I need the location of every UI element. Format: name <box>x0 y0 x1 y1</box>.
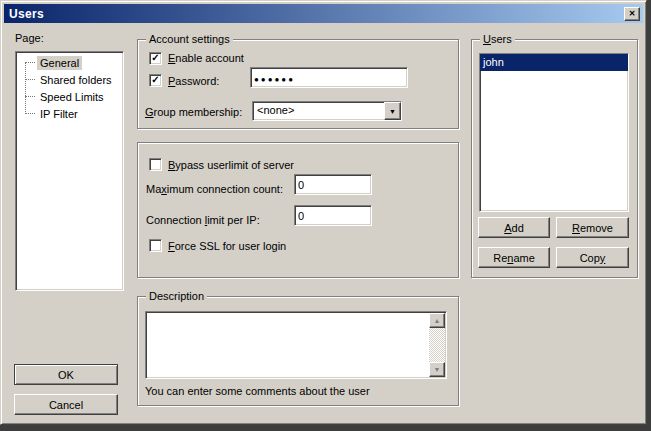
title-bar[interactable]: Users ✕ <box>4 4 643 23</box>
combobox-dropdown-button[interactable]: ▼ <box>384 102 401 120</box>
force-ssl-checkbox[interactable]: ✓ <box>149 239 162 252</box>
page-list[interactable]: General Shared folders Speed Limits IP F… <box>15 51 124 291</box>
description-group: Description ▲ ▼ You can enter some comme… <box>137 296 459 406</box>
password-input[interactable] <box>250 67 408 88</box>
remove-button[interactable]: Remove <box>556 217 629 238</box>
chevron-down-icon: ▼ <box>389 108 396 115</box>
page-item-ip-filter[interactable]: IP Filter <box>16 105 123 122</box>
copy-button-label: Copy <box>580 252 606 264</box>
check-icon: ✓ <box>151 53 159 63</box>
connection-limits-group: ✓ Bypass userlimit of server Maximum con… <box>137 142 459 278</box>
bypass-userlimit-checkbox[interactable]: ✓ <box>149 158 162 171</box>
account-settings-group: Account settings ✓ Enable account ✓ Pass… <box>137 39 459 129</box>
description-textarea[interactable]: ▲ ▼ <box>145 311 447 379</box>
arrow-up-icon: ▲ <box>434 317 441 324</box>
account-settings-group-title: Account settings <box>146 33 233 46</box>
max-connection-label: Maximum connection count: <box>146 183 283 196</box>
password-label: Password: <box>168 75 219 88</box>
password-checkbox[interactable]: ✓ <box>149 74 162 87</box>
users-dialog: Users ✕ Page: General Shared folders Spe… <box>0 0 647 425</box>
description-group-title: Description <box>146 290 207 303</box>
cancel-button[interactable]: Cancel <box>14 394 118 415</box>
bypass-userlimit-label: Bypass userlimit of server <box>168 159 294 172</box>
check-icon: ✓ <box>151 75 159 85</box>
window-title: Users <box>9 7 624 21</box>
max-connection-input[interactable] <box>294 174 372 195</box>
add-button[interactable]: Add <box>478 217 550 238</box>
combobox-value: <none> <box>253 102 384 120</box>
enable-account-label: Enable account <box>168 52 244 65</box>
page-item-speed-limits[interactable]: Speed Limits <box>16 88 123 105</box>
add-button-label: Add <box>504 222 524 234</box>
desktop-background: Users ✕ Page: General Shared folders Spe… <box>0 0 651 431</box>
page-label: Page: <box>15 32 44 45</box>
connection-per-ip-label: Connection limit per IP: <box>146 214 260 227</box>
users-list[interactable]: john <box>479 53 629 212</box>
force-ssl-label: Force SSL for user login <box>168 240 286 253</box>
copy-button[interactable]: Copy <box>556 247 629 268</box>
description-hint: You can enter some comments about the us… <box>145 385 370 398</box>
group-membership-label: Group membership: <box>145 106 242 119</box>
vertical-scrollbar[interactable]: ▲ ▼ <box>429 313 445 377</box>
users-group-title: Users <box>480 33 515 46</box>
connection-per-ip-input[interactable] <box>294 205 372 226</box>
group-membership-combobox[interactable]: <none> ▼ <box>252 101 402 121</box>
close-button[interactable]: ✕ <box>624 7 640 21</box>
scroll-up-button[interactable]: ▲ <box>429 313 445 328</box>
enable-account-checkbox[interactable]: ✓ <box>149 52 162 65</box>
remove-button-label: Remove <box>572 222 613 234</box>
ok-button[interactable]: OK <box>14 364 118 385</box>
close-icon: ✕ <box>629 10 636 18</box>
users-group: Users john Add Remove Rename Copy <box>471 39 638 278</box>
arrow-down-icon: ▼ <box>434 366 441 373</box>
page-item-general[interactable]: General <box>16 54 123 71</box>
page-item-shared-folders[interactable]: Shared folders <box>16 71 123 88</box>
user-item-john[interactable]: john <box>480 54 628 71</box>
rename-button-label: Rename <box>493 252 535 264</box>
scroll-down-button[interactable]: ▼ <box>429 362 445 377</box>
rename-button[interactable]: Rename <box>478 247 550 268</box>
